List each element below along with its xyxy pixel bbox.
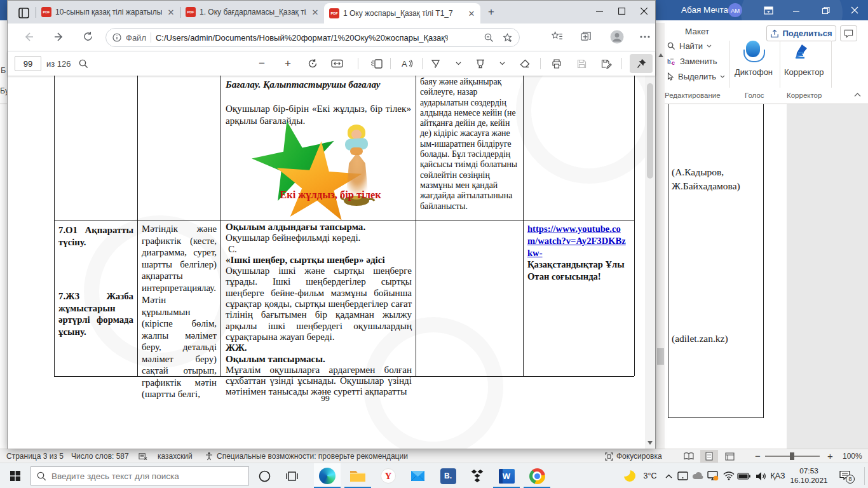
taskbar-chrome-button[interactable] bbox=[524, 463, 550, 488]
profile-icon[interactable] bbox=[610, 30, 624, 44]
start-button[interactable] bbox=[4, 463, 27, 488]
zoom-slider-thumb[interactable] bbox=[790, 452, 794, 460]
erase-icon[interactable] bbox=[520, 51, 530, 76]
taskbar-explorer-button[interactable] bbox=[344, 463, 371, 488]
zoom-out-page-icon[interactable] bbox=[484, 33, 494, 43]
hidden-icons-chevron[interactable] bbox=[662, 463, 675, 488]
status-focus[interactable]: Фокусировка bbox=[616, 452, 662, 461]
favorites-icon[interactable] bbox=[552, 31, 562, 41]
taskbar-yandex-button[interactable]: Y bbox=[375, 463, 402, 488]
status-word-count[interactable]: Число слов: 587 bbox=[71, 452, 129, 461]
pdf-scrollbar[interactable] bbox=[645, 76, 655, 449]
print-layout-button[interactable] bbox=[700, 450, 718, 463]
comments-button[interactable] bbox=[840, 25, 857, 41]
new-tab-button[interactable]: + bbox=[483, 4, 499, 20]
share-button[interactable]: Поделиться bbox=[766, 25, 836, 41]
edge-close-button[interactable] bbox=[633, 1, 655, 21]
read-aloud-icon[interactable]: A bbox=[402, 51, 413, 76]
tab-2[interactable]: PDF 1. Оку бағдарламасы_Қазақ тілі ✕ bbox=[180, 3, 324, 21]
pdf-zoom-out-icon[interactable]: − bbox=[259, 51, 265, 76]
volume-icon[interactable] bbox=[752, 463, 769, 488]
tab-3-active[interactable]: PDF 1 Оку жоспары_Қазақ тілі T1_7 ✕ bbox=[324, 3, 480, 24]
proofing-error-icon[interactable] bbox=[139, 452, 148, 461]
page-number-input[interactable] bbox=[15, 56, 41, 71]
zoom-in-button[interactable]: + bbox=[827, 451, 833, 461]
scrollbar-thumb[interactable] bbox=[657, 348, 664, 365]
status-accessibility[interactable]: Специальные возможности: проверьте реком… bbox=[217, 452, 408, 461]
refresh-icon[interactable] bbox=[83, 31, 93, 42]
taskbar-dropbox-button[interactable] bbox=[464, 463, 491, 488]
task-view-button[interactable] bbox=[280, 463, 304, 488]
highlight-icon[interactable] bbox=[475, 51, 485, 76]
replace-button[interactable]: bc Заменить bbox=[667, 57, 717, 66]
onedrive-icon[interactable] bbox=[690, 463, 705, 488]
pdf-page[interactable]: Бағалау. Қалыптастырушы бағалау Оқушылар… bbox=[8, 76, 655, 449]
taskbar-mail-button[interactable] bbox=[404, 463, 431, 488]
taskbar-word-button[interactable]: W bbox=[493, 463, 520, 488]
pdf-rotate-icon[interactable] bbox=[308, 51, 318, 76]
zoom-percent[interactable]: 100% bbox=[843, 452, 862, 461]
edge-maximize-button[interactable] bbox=[611, 1, 633, 21]
select-button[interactable]: Выделить bbox=[667, 72, 725, 81]
address-file-label: Файл bbox=[126, 33, 146, 43]
word-scrollbar[interactable] bbox=[656, 23, 665, 449]
youtube-link[interactable]: https://www.youtube.com/watch?v=Ay2F3DKB… bbox=[527, 224, 626, 258]
ribbon-display-options-icon[interactable] bbox=[757, 0, 779, 20]
tab-title: 1. Оку бағдарламасы_Қазақ тілі bbox=[200, 8, 306, 17]
scroll-down-icon[interactable] bbox=[648, 441, 653, 445]
zoom-out-button[interactable]: − bbox=[755, 451, 761, 461]
word-close-button[interactable] bbox=[844, 0, 865, 20]
pdf-fit-width-icon[interactable] bbox=[331, 51, 343, 76]
taskbar-vk-button[interactable]: В. bbox=[435, 463, 461, 488]
tab-actions-button[interactable] bbox=[15, 4, 32, 21]
address-url[interactable]: C:/Users/admin/Documents/Новый%20формат/… bbox=[156, 33, 448, 43]
search-input[interactable] bbox=[51, 471, 229, 481]
print-icon[interactable] bbox=[552, 51, 562, 76]
save-as-icon[interactable] bbox=[601, 51, 612, 76]
status-language[interactable]: казахский bbox=[158, 452, 193, 461]
clock[interactable]: 07:53 16.10.2021 bbox=[788, 466, 830, 485]
tab-close-icon[interactable]: ✕ bbox=[466, 9, 477, 18]
draw-icon[interactable] bbox=[431, 51, 440, 76]
ribbon-tab-layout[interactable]: Макет bbox=[685, 27, 709, 36]
tab-1[interactable]: PDF 10-сынып қазақ тілі жаратылыс ✕ bbox=[36, 3, 180, 21]
show-desktop-divider[interactable] bbox=[864, 467, 865, 485]
back-icon[interactable] bbox=[23, 31, 34, 43]
forward-icon[interactable] bbox=[53, 31, 65, 43]
page-view-icon[interactable] bbox=[371, 51, 383, 76]
taskbar-edge-button[interactable] bbox=[314, 463, 341, 488]
draw-options-chevron[interactable] bbox=[456, 51, 461, 76]
battery-icon[interactable] bbox=[735, 463, 752, 488]
pdf-zoom-in-icon[interactable]: + bbox=[285, 51, 291, 76]
status-page-count[interactable]: Страница 3 из 5 bbox=[6, 452, 64, 461]
weather-icon[interactable] bbox=[620, 463, 639, 488]
web-layout-button[interactable] bbox=[721, 450, 738, 463]
highlight-options-chevron[interactable] bbox=[499, 51, 505, 76]
collapse-ribbon-icon[interactable] bbox=[854, 93, 861, 97]
account-avatar[interactable]: AM bbox=[728, 3, 742, 17]
collections-icon[interactable] bbox=[581, 31, 592, 41]
cortana-button[interactable] bbox=[253, 463, 276, 488]
notification-center-button[interactable]: 8 bbox=[836, 463, 858, 488]
info-icon[interactable] bbox=[112, 33, 121, 42]
word-restore-button[interactable] bbox=[815, 0, 836, 20]
temperature-label[interactable]: 3°C bbox=[639, 463, 661, 488]
pin-toolbar-button[interactable] bbox=[630, 54, 653, 73]
display-notification-icon[interactable] bbox=[705, 463, 721, 488]
find-button[interactable]: Найти bbox=[667, 41, 712, 51]
taskbar-search[interactable] bbox=[31, 466, 249, 485]
language-indicator[interactable]: ҚАЗ bbox=[768, 463, 788, 488]
address-bar[interactable]: Файл C:/Users/admin/Documents/Новый%20фо… bbox=[105, 28, 520, 47]
tablet-mode-icon[interactable] bbox=[675, 463, 690, 488]
tab-close-icon[interactable]: ✕ bbox=[166, 8, 176, 17]
add-favorite-icon[interactable] bbox=[503, 33, 513, 43]
read-mode-button[interactable] bbox=[680, 450, 698, 463]
word-minimize-button[interactable] bbox=[785, 0, 807, 20]
tab-close-icon[interactable]: ✕ bbox=[310, 8, 320, 17]
edge-minimize-button[interactable] bbox=[588, 1, 611, 21]
more-menu-icon[interactable] bbox=[640, 36, 650, 38]
scroll-up-icon[interactable] bbox=[658, 53, 663, 57]
scrollbar-thumb[interactable] bbox=[647, 83, 653, 179]
pdf-search-icon[interactable] bbox=[79, 51, 88, 76]
edge-tab-strip: PDF 10-сынып қазақ тілі жаратылыс ✕ PDF … bbox=[8, 1, 655, 24]
